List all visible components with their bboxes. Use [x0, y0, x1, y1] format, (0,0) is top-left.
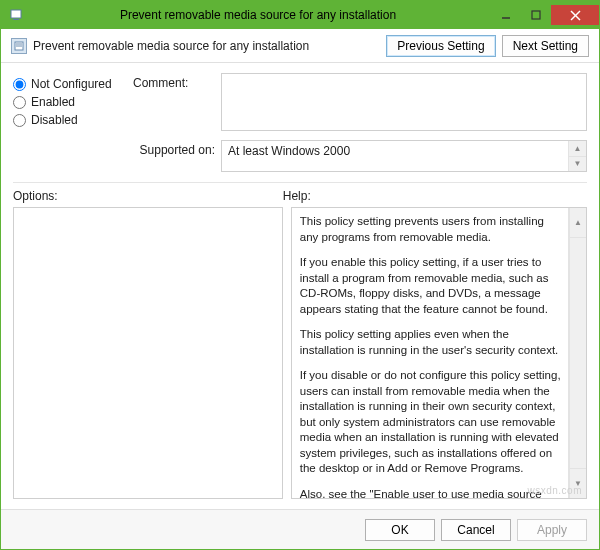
pane-labels: Options: Help:	[13, 189, 587, 203]
footer: OK Cancel Apply	[1, 509, 599, 549]
supported-scrollbar[interactable]: ▲ ▼	[568, 141, 586, 171]
comment-line: Comment:	[133, 73, 587, 134]
help-scrollbar[interactable]: ▲ ▼	[568, 208, 586, 498]
subheader: Prevent removable media source for any i…	[1, 29, 599, 63]
radio-disabled[interactable]: Disabled	[13, 113, 133, 127]
scroll-down-icon[interactable]: ▼	[569, 468, 586, 498]
help-label: Help:	[283, 189, 587, 203]
minimize-button[interactable]	[491, 5, 521, 25]
help-pane: This policy setting prevents users from …	[291, 207, 587, 499]
nav-buttons: Previous Setting Next Setting	[386, 35, 589, 57]
radio-disabled-input[interactable]	[13, 114, 26, 127]
form-right: Comment: Supported on: At least Windows …	[133, 73, 587, 178]
maximize-button[interactable]	[521, 5, 551, 25]
apply-button: Apply	[517, 519, 587, 541]
options-pane	[13, 207, 283, 499]
comment-input[interactable]	[221, 73, 587, 131]
ok-button[interactable]: OK	[365, 519, 435, 541]
help-text[interactable]: This policy setting prevents users from …	[292, 208, 568, 498]
previous-setting-button[interactable]: Previous Setting	[386, 35, 495, 57]
maximize-icon	[531, 10, 541, 20]
separator	[13, 182, 587, 183]
supported-field-wrap: At least Windows 2000 ▲ ▼	[221, 140, 587, 172]
scroll-up-icon[interactable]: ▲	[569, 208, 586, 237]
help-paragraph: This policy setting prevents users from …	[300, 214, 562, 245]
radio-not-configured-label: Not Configured	[31, 77, 112, 91]
supported-label: Supported on:	[133, 140, 221, 157]
radio-not-configured-input[interactable]	[13, 78, 26, 91]
policy-icon	[11, 38, 27, 54]
help-paragraph: This policy setting applies even when th…	[300, 327, 562, 358]
titlebar[interactable]: Prevent removable media source for any i…	[1, 1, 599, 29]
state-radios: Not Configured Enabled Disabled	[13, 73, 133, 178]
cancel-button[interactable]: Cancel	[441, 519, 511, 541]
radio-enabled[interactable]: Enabled	[13, 95, 133, 109]
svg-rect-3	[532, 11, 540, 19]
scroll-down-icon[interactable]: ▼	[568, 156, 586, 172]
minimize-icon	[501, 10, 511, 20]
policy-editor-window: Prevent removable media source for any i…	[0, 0, 600, 550]
window-controls	[491, 5, 599, 25]
options-label: Options:	[13, 189, 283, 203]
comment-label: Comment:	[133, 73, 221, 90]
close-icon	[570, 10, 581, 21]
close-button[interactable]	[551, 5, 599, 25]
policy-title: Prevent removable media source for any i…	[33, 39, 386, 53]
body: Not Configured Enabled Disabled Comment:	[1, 63, 599, 509]
panes: This policy setting prevents users from …	[13, 207, 587, 499]
svg-rect-1	[13, 19, 19, 20]
radio-enabled-input[interactable]	[13, 96, 26, 109]
supported-box: At least Windows 2000 ▲ ▼	[221, 140, 587, 172]
svg-rect-0	[11, 10, 21, 18]
supported-value: At least Windows 2000	[222, 141, 568, 171]
help-paragraph: If you disable or do not configure this …	[300, 368, 562, 477]
help-paragraph: If you enable this policy setting, if a …	[300, 255, 562, 317]
window-title: Prevent removable media source for any i…	[25, 8, 491, 22]
supported-line: Supported on: At least Windows 2000 ▲ ▼	[133, 140, 587, 172]
radio-disabled-label: Disabled	[31, 113, 78, 127]
top-row: Not Configured Enabled Disabled Comment:	[13, 73, 587, 178]
scroll-track[interactable]	[569, 237, 586, 468]
scroll-up-icon[interactable]: ▲	[568, 141, 586, 156]
help-paragraph: Also, see the "Enable user to use media …	[300, 487, 562, 498]
titlebar-app-icon	[9, 7, 25, 23]
comment-field-wrap	[221, 73, 587, 134]
radio-not-configured[interactable]: Not Configured	[13, 77, 133, 91]
next-setting-button[interactable]: Next Setting	[502, 35, 589, 57]
radio-enabled-label: Enabled	[31, 95, 75, 109]
